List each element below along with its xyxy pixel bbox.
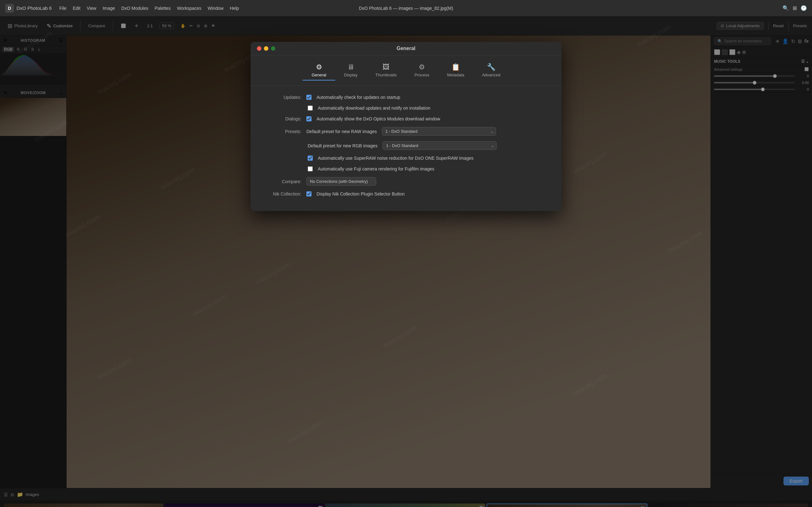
tab-process-icon: ⚙: [419, 63, 425, 71]
tab-general-icon: ⚙: [316, 63, 322, 71]
tab-advanced[interactable]: 🔧 Advanced: [473, 60, 509, 80]
nik-label: Nik Collection:: [263, 191, 301, 196]
minimize-button[interactable]: [264, 46, 268, 51]
tab-process[interactable]: ⚙ Process: [406, 60, 438, 80]
titlebar: D DxO PhotoLab 6 File Edit View Image Dx…: [0, 0, 812, 16]
tab-advanced-label: Advanced: [482, 72, 501, 77]
menu-dxo-modules[interactable]: DxO Modules: [121, 6, 148, 11]
tab-metadata-label: Metadata: [447, 72, 464, 77]
menu-edit[interactable]: Edit: [72, 6, 80, 11]
default-raw-label: Default preset for new RAW images: [306, 129, 377, 134]
tab-general[interactable]: ⚙ General: [303, 60, 335, 80]
auto-show-dialog-checkbox[interactable]: [306, 116, 311, 121]
modal-tabs: ⚙ General 🖥 Display 🖼 Thumbnails ⚙ Proce…: [251, 55, 561, 86]
auto-download-text: Automatically download updates and notif…: [318, 106, 430, 111]
raw-preset-select-wrapper: 1 - DxO Standard ⌄: [382, 127, 496, 135]
raw-preset-select[interactable]: 1 - DxO Standard: [382, 127, 496, 135]
updates-label: Updates:: [263, 95, 301, 100]
auto-download-row: Automatically download updates and notif…: [308, 106, 549, 111]
window-title: DxO PhotoLab 6 — images — image_82.jpg(M…: [359, 6, 453, 11]
dialogs-label: Dialogs:: [263, 116, 301, 121]
compare-section: Compare: No Corrections (with Geometry): [263, 177, 549, 186]
close-button[interactable]: [257, 46, 261, 51]
updates-section: Updates: Automatically check for updates…: [263, 95, 549, 100]
compare-label: Compare:: [263, 179, 301, 184]
superraw-text: Automatically use SuperRAW noise reducti…: [318, 156, 473, 161]
auto-check-checkbox[interactable]: [306, 95, 311, 100]
app-name: DxO PhotoLab 6: [16, 5, 52, 11]
tab-display-label: Display: [344, 72, 358, 77]
tab-display-icon: 🖥: [347, 63, 354, 71]
rgb-preset-select[interactable]: 1 - DxO Standard: [383, 141, 497, 150]
tab-general-label: General: [311, 72, 326, 77]
presets-raw-row: Presets: Default preset for new RAW imag…: [263, 127, 549, 135]
tab-metadata-icon: 📋: [451, 63, 460, 71]
nik-section: Nik Collection: Display Nik Collection P…: [263, 191, 549, 196]
tab-thumbnails-icon: 🖼: [383, 63, 390, 71]
app-icon: D: [5, 4, 14, 13]
presets-label: Presets:: [263, 129, 301, 134]
fuji-row: Automatically use Fuji camera rendering …: [308, 166, 549, 171]
compare-select[interactable]: No Corrections (with Geometry): [306, 177, 376, 186]
modal-body: Updates: Automatically check for updates…: [251, 86, 561, 211]
rgb-preset-select-wrapper: 1 - DxO Standard ⌄: [383, 141, 497, 150]
titlebar-right: 🔍 ⊞ 🕐: [782, 5, 807, 11]
modal-titlebar: General: [251, 42, 561, 55]
menu-view[interactable]: View: [87, 6, 96, 11]
menu-workspaces[interactable]: Workspaces: [177, 6, 201, 11]
modal-dialog: General ⚙ General 🖥 Display 🖼 Thumbnails…: [251, 42, 561, 211]
nik-plugin-text: Display Nik Collection Plugin Selector B…: [316, 191, 405, 196]
tab-metadata[interactable]: 📋 Metadata: [438, 60, 473, 80]
menu-bar[interactable]: File Edit View Image DxO Modules Palette…: [59, 6, 239, 11]
auto-check-text: Automatically check for updates on start…: [316, 95, 400, 100]
search-icon[interactable]: 🔍: [782, 5, 789, 11]
menu-help[interactable]: Help: [230, 6, 239, 11]
nik-plugin-checkbox[interactable]: [306, 191, 311, 196]
tab-display[interactable]: 🖥 Display: [335, 60, 367, 80]
modal-overlay: General ⚙ General 🖥 Display 🖼 Thumbnails…: [0, 16, 812, 507]
default-rgb-label: Default preset for new RGB images: [308, 143, 377, 148]
menu-window[interactable]: Window: [208, 6, 223, 11]
tab-thumbnails[interactable]: 🖼 Thumbnails: [366, 60, 405, 80]
fuji-text: Automatically use Fuji camera rendering …: [318, 166, 434, 171]
tab-thumbnails-label: Thumbnails: [375, 72, 397, 77]
fuji-checkbox[interactable]: [308, 166, 313, 171]
traffic-lights: [257, 46, 275, 51]
modal-title: General: [397, 46, 415, 51]
compare-select-wrapper: No Corrections (with Geometry): [306, 177, 376, 186]
menu-image[interactable]: Image: [103, 6, 115, 11]
auto-show-dialog-text: Automatically show the DxO Optics Module…: [316, 116, 440, 121]
maximize-button[interactable]: [271, 46, 275, 51]
menu-file[interactable]: File: [59, 6, 67, 11]
tab-advanced-icon: 🔧: [487, 63, 496, 71]
time-icon: 🕐: [801, 5, 807, 11]
control-center-icon[interactable]: ⊞: [793, 5, 797, 11]
superraw-checkbox[interactable]: [308, 156, 313, 161]
auto-download-checkbox[interactable]: [308, 106, 313, 111]
tab-process-label: Process: [415, 72, 429, 77]
presets-rgb-row: Default preset for new RGB images 1 - Dx…: [308, 141, 549, 150]
superraw-row: Automatically use SuperRAW noise reducti…: [308, 156, 549, 161]
dialogs-section: Dialogs: Automatically show the DxO Opti…: [263, 116, 549, 121]
menu-palettes[interactable]: Palettes: [154, 6, 171, 11]
